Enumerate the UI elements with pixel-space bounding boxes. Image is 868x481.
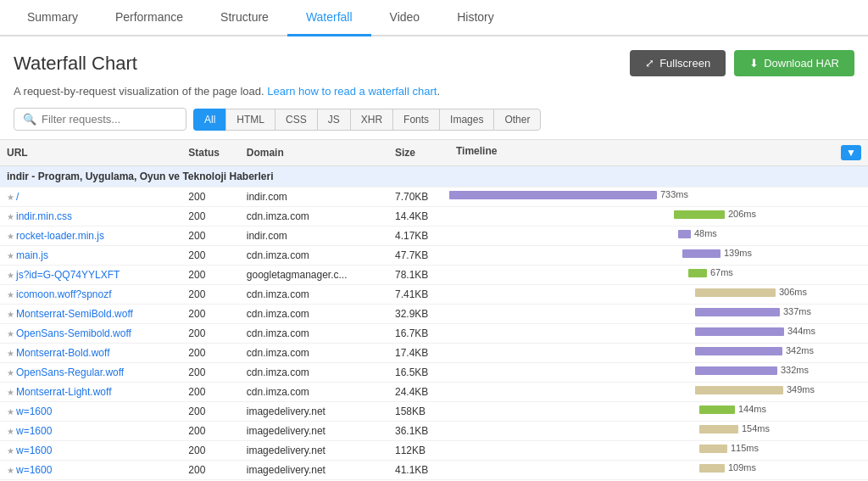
size-cell: 14.4KB xyxy=(388,207,449,227)
status-cell: 200 xyxy=(181,266,239,285)
status-cell: 200 xyxy=(181,246,239,266)
timeline-cell: 344ms xyxy=(449,324,868,344)
star-icon: ★ xyxy=(7,446,14,456)
filter-btn-js[interactable]: JS xyxy=(317,109,350,131)
table-row: ★OpenSans-Semibold.woff200cdn.imza.com16… xyxy=(0,324,868,344)
url-cell[interactable]: ★rocket-loader.min.js xyxy=(0,227,181,246)
filter-btn-fonts[interactable]: Fonts xyxy=(392,109,439,131)
size-cell: 158KB xyxy=(388,402,449,422)
timeline-bar xyxy=(695,308,780,316)
size-cell: 78.1KB xyxy=(388,266,449,285)
domain-cell: indir.com xyxy=(240,187,388,207)
timeline-cell: 154ms xyxy=(449,422,868,441)
timeline-label: 109ms xyxy=(728,462,756,473)
filter-btn-html[interactable]: HTML xyxy=(225,109,275,131)
status-cell: 200 xyxy=(181,324,239,344)
star-icon: ★ xyxy=(7,368,14,378)
table-row: ★OpenSans-Regular.woff200cdn.imza.com16.… xyxy=(0,363,868,383)
filter-btn-css[interactable]: CSS xyxy=(275,109,317,131)
timeline-cell: 733ms xyxy=(449,187,868,207)
url-cell[interactable]: ★Montserrat-Bold.woff xyxy=(0,344,181,363)
url-cell[interactable]: ★w=1600 xyxy=(0,441,181,461)
tab-history[interactable]: History xyxy=(438,0,513,36)
domain-cell: cdn.imza.com xyxy=(240,285,388,305)
fullscreen-button[interactable]: ⤢ Fullscreen xyxy=(630,50,726,76)
col-size: Size xyxy=(388,140,449,166)
url-cell[interactable]: ★w=1600 xyxy=(0,422,181,441)
timeline-label: 733ms xyxy=(660,189,688,199)
timeline-label: 154ms xyxy=(742,423,770,433)
domain-cell: cdn.imza.com xyxy=(240,383,388,402)
domain-cell: cdn.imza.com xyxy=(240,207,388,227)
waterfall-table-wrap[interactable]: URL Status Domain Size Timeline ▼ indir … xyxy=(0,139,868,481)
filter-btn-other[interactable]: Other xyxy=(493,109,541,131)
tab-structure[interactable]: Structure xyxy=(202,0,287,36)
url-cell[interactable]: ★Montserrat-SemiBold.woff xyxy=(0,305,181,324)
filter-btn-all[interactable]: All xyxy=(193,109,225,131)
fullscreen-icon: ⤢ xyxy=(645,57,654,70)
timeline-cell: 144ms xyxy=(449,402,868,422)
size-cell: 36.1KB xyxy=(388,422,449,441)
table-row: ★icomoon.woff?spnozf200cdn.imza.com7.41K… xyxy=(0,285,868,305)
filter-btn-group: AllHTMLCSSJSXHRFontsImagesOther xyxy=(193,109,541,131)
size-cell: 16.7KB xyxy=(388,324,449,344)
url-cell[interactable]: ★indir.min.css xyxy=(0,207,181,227)
domain-cell: cdn.imza.com xyxy=(240,363,388,383)
timeline-label: 349ms xyxy=(787,384,815,394)
fullscreen-label: Fullscreen xyxy=(659,57,710,70)
url-cell[interactable]: ★/ xyxy=(0,187,181,207)
url-cell[interactable]: ★w=1600 xyxy=(0,461,181,480)
subtitle-text: A request-by-request visualization of th… xyxy=(14,85,264,98)
timeline-cell: 139ms xyxy=(449,246,868,266)
tab-bar: SummaryPerformanceStructureWaterfallVide… xyxy=(0,0,868,36)
filter-btn-images[interactable]: Images xyxy=(439,109,493,131)
size-cell: 7.41KB xyxy=(388,285,449,305)
filter-input[interactable] xyxy=(42,113,177,126)
filter-btn-xhr[interactable]: XHR xyxy=(350,109,392,131)
star-icon: ★ xyxy=(7,290,14,299)
star-icon: ★ xyxy=(7,193,14,202)
search-icon: 🔍 xyxy=(23,113,36,126)
col-status: Status xyxy=(181,140,239,166)
tab-summary[interactable]: Summary xyxy=(8,0,97,36)
timeline-dropdown-icon[interactable]: ▼ xyxy=(841,145,861,160)
timeline-bar xyxy=(699,405,735,414)
url-cell[interactable]: ★OpenSans-Regular.woff xyxy=(0,363,181,383)
url-cell[interactable]: ★Montserrat-Light.woff xyxy=(0,383,181,402)
timeline-bar xyxy=(449,191,657,199)
tab-waterfall[interactable]: Waterfall xyxy=(287,0,371,36)
timeline-bar xyxy=(695,327,784,336)
page-subtitle: A request-by-request visualization of th… xyxy=(0,85,868,108)
page-header: Waterfall Chart ⤢ Fullscreen ⬇ Download … xyxy=(0,36,868,85)
timeline-label: 67ms xyxy=(710,267,733,277)
table-row: ★Montserrat-SemiBold.woff200cdn.imza.com… xyxy=(0,305,868,324)
url-cell[interactable]: ★js?id=G-QQ74YYLXFT xyxy=(0,266,181,285)
domain-cell: cdn.imza.com xyxy=(240,305,388,324)
table-header-row: URL Status Domain Size Timeline ▼ xyxy=(0,140,868,166)
url-cell[interactable]: ★main.js xyxy=(0,246,181,266)
subtitle-link[interactable]: Learn how to read a waterfall chart xyxy=(267,85,437,98)
table-row: ★js?id=G-QQ74YYLXFT200googletagmanager.c… xyxy=(0,266,868,285)
url-cell[interactable]: ★OpenSans-Semibold.woff xyxy=(0,324,181,344)
table-row: ★w=1600200imagedelivery.net112KB115ms xyxy=(0,441,868,461)
star-icon: ★ xyxy=(7,407,14,417)
timeline-label: 337ms xyxy=(783,306,811,316)
tab-performance[interactable]: Performance xyxy=(97,0,202,36)
timeline-label: 115ms xyxy=(731,443,759,453)
site-group-row: indir - Program, Uygulama, Oyun ve Tekno… xyxy=(0,166,868,187)
url-cell[interactable]: ★icomoon.woff?spnozf xyxy=(0,285,181,305)
status-cell: 200 xyxy=(181,383,239,402)
table-row: ★Montserrat-Light.woff200cdn.imza.com24.… xyxy=(0,383,868,402)
timeline-cell: 67ms xyxy=(449,266,868,285)
url-cell[interactable]: ★w=1600 xyxy=(0,402,181,422)
status-cell: 200 xyxy=(181,422,239,441)
tab-video[interactable]: Video xyxy=(371,0,439,36)
table-row: ★rocket-loader.min.js200indir.com4.17KB4… xyxy=(0,227,868,246)
col-url: URL xyxy=(0,140,181,166)
site-group-label: indir - Program, Uygulama, Oyun ve Tekno… xyxy=(0,166,868,187)
size-cell: 4.17KB xyxy=(388,227,449,246)
download-har-button[interactable]: ⬇ Download HAR xyxy=(734,50,854,76)
timeline-bar xyxy=(695,386,783,394)
timeline-bar xyxy=(699,425,738,433)
domain-cell: cdn.imza.com xyxy=(240,344,388,363)
